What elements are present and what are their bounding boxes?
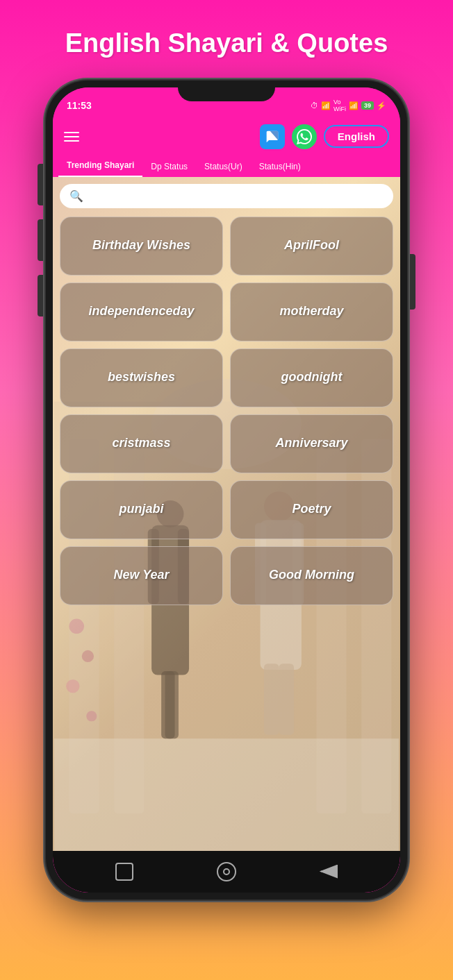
notch — [178, 81, 275, 101]
alarm-icon: ⏱ — [311, 101, 318, 110]
bottom-nav-bar — [53, 851, 400, 893]
tab-bar: Trending Shayari Dp Status Status(Ur) St… — [53, 155, 400, 177]
card-goodmorning[interactable]: Good Morning — [230, 546, 393, 605]
card-birthday[interactable]: Birthday Wishes — [60, 217, 223, 276]
top-nav: English — [53, 119, 400, 155]
card-bestwishes[interactable]: bestwishes — [60, 348, 223, 407]
svg-rect-12 — [165, 671, 179, 738]
whatsapp-icon[interactable] — [292, 124, 317, 149]
svg-rect-17 — [264, 664, 279, 734]
phone-screen: 11:53 ⏱ 📶 VoWiFi 📶 39 ⚡ — [53, 87, 400, 893]
card-poetry[interactable]: Poetry — [230, 480, 393, 539]
status-icons: ⏱ 📶 VoWiFi 📶 39 ⚡ — [311, 99, 386, 112]
search-icon: 🔍 — [69, 189, 83, 203]
search-bar: 🔍 — [60, 184, 393, 208]
card-punjabi[interactable]: punjabi — [60, 480, 223, 539]
tab-dp[interactable]: Dp Status — [142, 156, 196, 177]
svg-point-22 — [86, 711, 97, 721]
card-anniversary[interactable]: Anniversary — [230, 414, 393, 473]
svg-point-21 — [66, 679, 79, 693]
nav-icons: English — [260, 124, 389, 149]
search-input[interactable] — [89, 190, 384, 201]
charging-icon: ⚡ — [377, 101, 386, 110]
nav-square-button[interactable] — [115, 863, 133, 881]
nav-home-button[interactable] — [217, 862, 236, 881]
tab-status-ur[interactable]: Status(Ur) — [196, 156, 251, 177]
svg-point-19 — [69, 618, 84, 634]
wifi-icon: 📶 — [349, 101, 359, 110]
vowifi-icon: VoWiFi — [333, 99, 346, 112]
signal-icon: 📶 — [321, 101, 331, 110]
card-independenceday[interactable]: independenceday — [60, 282, 223, 341]
hamburger-button[interactable] — [64, 132, 79, 142]
card-newyear[interactable]: New Year — [60, 546, 223, 605]
card-goodnight[interactable]: goodnight — [230, 348, 393, 407]
card-motherday[interactable]: motherday — [230, 282, 393, 341]
svg-point-20 — [82, 650, 94, 661]
card-cristmass[interactable]: cristmass — [60, 414, 223, 473]
phone-shell: 11:53 ⏱ 📶 VoWiFi 📶 39 ⚡ — [46, 81, 407, 899]
svg-rect-18 — [279, 664, 295, 734]
chat-icon[interactable] — [260, 124, 285, 149]
status-time: 11:53 — [67, 100, 92, 111]
tab-status-hin[interactable]: Status(Hin) — [251, 156, 309, 177]
tab-trending[interactable]: Trending Shayari — [58, 155, 142, 177]
nav-back-button[interactable] — [320, 865, 338, 879]
content-area: 🔍 Birthday Wishes AprilFool independence… — [53, 177, 400, 851]
battery-icon: 39 — [361, 101, 374, 110]
language-button[interactable]: English — [324, 125, 389, 148]
cards-grid: Birthday Wishes AprilFool independenceda… — [60, 217, 393, 605]
content-scroll: 🔍 Birthday Wishes AprilFool independence… — [53, 177, 400, 612]
card-aprilfool[interactable]: AprilFool — [230, 217, 393, 276]
svg-rect-6 — [54, 738, 399, 851]
page-title: English Shayari & Quotes — [65, 28, 388, 60]
